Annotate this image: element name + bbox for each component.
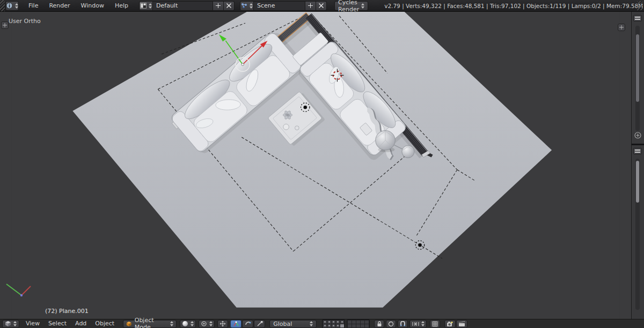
properties-expand-button[interactable] [618,24,625,31]
3d-view-icon [5,320,11,327]
menu-add[interactable]: Add [71,319,91,328]
snap-magnet-button[interactable] [398,320,408,328]
menu-file[interactable]: File [23,1,43,11]
manipulator-center[interactable] [241,63,244,66]
blender-window: File Render Window Help Default [0,0,644,328]
plus-icon [619,25,624,29]
right-panel-strip[interactable] [631,12,644,328]
layers-grid-2[interactable] [347,319,370,328]
layers-widget [322,319,370,328]
plus-icon [3,23,7,27]
layout-delete-button[interactable] [224,1,235,11]
layers-grid-1[interactable] [322,319,345,328]
menu-help[interactable]: Help [109,1,134,11]
grid-icon [432,321,438,327]
lock-icon [377,321,382,327]
info-editor-header: File Render Window Help Default [0,0,644,12]
mode-select[interactable]: Object Mode [123,320,177,328]
frame-object-label: (72) Plane.001 [45,308,89,315]
editor-type-button[interactable] [2,320,19,328]
view-orientation-label: User Ortho [9,18,41,25]
plus-icon [216,3,221,8]
manipulator-icon [219,320,226,327]
info-menu-bar: File Render Window Help [23,1,134,11]
small-sphere[interactable] [402,145,414,158]
opengl-render-buttons [444,320,467,328]
menu-window[interactable]: Window [76,1,109,11]
clapperboard-icon [458,321,465,327]
view3d-menu-bar: View Select Add Object [21,319,119,328]
table-cup [295,126,299,130]
menu-render[interactable]: Render [43,1,75,11]
render-engine-label: Cycles Render [338,0,359,13]
properties-scrollbar-thumb[interactable] [636,161,639,203]
outliner-scrollbar-thumb[interactable] [636,34,639,102]
pivot-icon [201,320,207,327]
zoom-in-icon[interactable] [634,132,641,139]
proportional-editing-button[interactable] [386,320,396,328]
region-divider[interactable] [632,144,644,145]
scene-name: Scene [257,2,275,9]
menu-view[interactable]: View [21,319,44,328]
layout-name-field[interactable]: Default [153,1,213,11]
corner-grip[interactable] [0,0,5,11]
rotate-manipulator-button[interactable] [242,320,253,328]
snap-increment-icon [412,322,419,326]
viewport-shading-select[interactable] [180,320,196,328]
snap-element-select[interactable] [409,320,427,328]
close-icon [319,3,324,8]
magnet-icon [400,321,406,327]
icosphere[interactable] [376,130,396,150]
plus-icon [308,3,313,8]
toolshelf-expand-button[interactable] [1,21,9,29]
lock-button[interactable] [374,320,384,328]
screen-layout-selector: Default [139,1,235,11]
mode-label: Object Mode [135,317,170,328]
editor-type-button[interactable] [5,1,19,11]
render-engine-select[interactable]: Cycles Render [334,1,368,11]
corner-grip[interactable] [637,1,643,10]
translate-manipulator-button[interactable] [230,320,241,328]
scene-add-button[interactable] [305,1,316,11]
menu-object[interactable]: Object [91,319,119,328]
layout-add-button[interactable] [213,1,224,11]
solid-shading-sphere-icon [182,320,188,327]
table-bowl [283,124,289,130]
layout-name: Default [156,2,178,9]
scale-manipulator-button[interactable] [254,320,265,328]
scene-selector: Scene [240,1,327,11]
translate-icon [233,320,239,327]
opengl-render-camera-button[interactable] [444,320,456,328]
close-icon [226,3,231,8]
menu-select[interactable]: Select [44,319,71,328]
proportional-circle-icon [388,321,394,327]
mini-axis-gizmo [3,272,35,304]
scene-name-field[interactable]: Scene [254,1,305,11]
properties-icon[interactable] [633,148,642,154]
viewport-scene [0,12,631,319]
layout-icon [140,3,147,9]
manipulator-toggle-button[interactable] [217,320,228,328]
outliner-icon[interactable] [633,15,642,21]
pivot-point-select[interactable] [199,320,215,328]
camera-icon [447,321,453,327]
orientation-label: Global [273,320,292,327]
rotate-icon [245,320,251,327]
3d-viewport[interactable]: User Ortho (72) Plane.001 [0,12,631,319]
transform-orientation-select[interactable]: Global [269,320,317,328]
scene-icon [241,3,247,9]
scene-browse-button[interactable] [240,1,254,11]
3d-view-header: View Select Add Object Object Mode [0,319,644,328]
editor-switch-arrows [15,3,18,9]
opengl-render-animation-button[interactable] [456,320,467,328]
snap-grid-button[interactable] [430,320,440,328]
layout-browse-button[interactable] [139,1,153,11]
scene-statistics: v2.79 | Verts:49,322 | Faces:48,581 | Tr… [384,3,644,9]
info-icon [6,2,13,9]
manipulator-mode-buttons [230,320,265,328]
scale-icon [257,320,263,327]
scene-delete-button[interactable] [316,1,327,11]
object-mode-cube-icon [126,321,132,327]
